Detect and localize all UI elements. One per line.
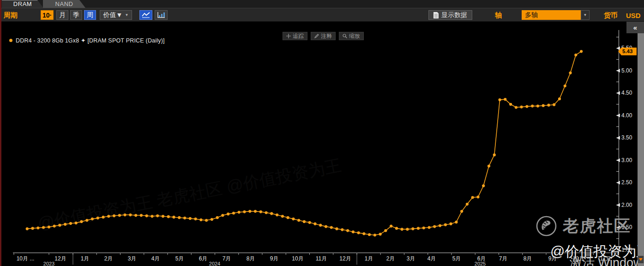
data-point (58, 224, 61, 227)
bar-chart-icon (157, 12, 165, 18)
data-point (390, 225, 392, 228)
period-label: 周期 (4, 11, 18, 20)
data-point (254, 210, 257, 213)
data-point (335, 227, 338, 230)
tab-nand[interactable]: NAND (43, 0, 85, 8)
tiger-logo-icon (536, 215, 557, 237)
data-point (509, 103, 512, 106)
data-point (444, 224, 447, 226)
data-point (53, 225, 56, 228)
show-data-label: 显示数据 (441, 11, 467, 19)
data-point (276, 213, 278, 216)
data-point (199, 218, 202, 221)
data-point (265, 211, 268, 214)
period-input[interactable]: 10· (41, 10, 54, 20)
freq-week-button[interactable]: 周 (84, 10, 96, 20)
data-point (493, 153, 496, 156)
axis-dropdown[interactable]: 多轴 (522, 10, 581, 20)
data-point (167, 215, 170, 218)
bar-chart-button[interactable] (155, 10, 168, 20)
chart-area: @价值投资为王 老虎社区 @价值投资为王 5.505.004.504.003.5… (0, 22, 644, 266)
data-point (450, 223, 452, 225)
collapse-panel-button[interactable]: « (626, 22, 644, 33)
magnifier-icon (343, 34, 347, 38)
data-point (531, 105, 534, 108)
data-point (406, 228, 409, 230)
data-point (134, 214, 137, 217)
data-point (189, 217, 192, 220)
data-point (145, 214, 148, 217)
data-point (455, 221, 457, 224)
y-major-tick-arrow (616, 47, 620, 50)
scroll-down-button[interactable] (638, 256, 644, 263)
data-point (96, 217, 99, 219)
data-point (488, 165, 490, 168)
zoom-label: 缩放 (349, 32, 360, 40)
crosshair-icon (286, 34, 291, 38)
data-point (31, 227, 34, 230)
legend-label: DDR4 - 3200 8Gb 1Gx8 ✦ [DRAM SPOT PRICE … (16, 37, 165, 44)
data-point (422, 226, 425, 229)
data-point (471, 196, 474, 199)
data-point (129, 213, 132, 216)
last-price-badge: 5.43 (618, 48, 637, 55)
data-point (466, 203, 469, 206)
community-watermark: 老虎社区 (536, 215, 631, 237)
track-label: 追踪 (293, 32, 304, 40)
y-major-tick-arrow (616, 91, 620, 95)
data-point (346, 229, 349, 232)
data-point (118, 214, 121, 217)
data-point (281, 215, 284, 218)
axis-label: 轴 (495, 11, 502, 20)
data-point (183, 217, 186, 219)
annotate-button[interactable]: 注释 (311, 32, 336, 40)
pencil-icon (314, 34, 319, 38)
price-line (27, 51, 581, 235)
data-point (357, 231, 360, 234)
data-point (564, 85, 566, 87)
data-point (439, 224, 441, 227)
currency-value[interactable]: USD (626, 11, 641, 20)
line-chart-button[interactable] (139, 10, 152, 20)
data-point (341, 228, 343, 231)
data-point (580, 50, 583, 53)
terminal-window: DRAM NAND 周期 10· 月 季 周 价值▼ ▼ (0, 0, 644, 266)
data-point (85, 219, 88, 222)
freq-month-button[interactable]: 月 (56, 10, 68, 20)
scrollbar-track[interactable] (638, 33, 644, 266)
data-point (308, 221, 311, 224)
data-point (232, 212, 235, 214)
data-point (113, 214, 115, 217)
data-point (107, 215, 110, 218)
data-point (515, 106, 518, 109)
data-point (379, 233, 382, 236)
data-point (216, 216, 219, 219)
data-point (499, 98, 501, 101)
data-point (91, 218, 94, 220)
data-point (227, 212, 229, 215)
data-point (352, 230, 355, 233)
data-point (504, 98, 506, 101)
data-point (401, 228, 403, 230)
zoom-button[interactable]: 缩放 (339, 32, 364, 40)
data-point (259, 211, 262, 213)
data-point (368, 233, 371, 236)
freq-quarter-button[interactable]: 季 (70, 10, 82, 20)
y-major-tick-arrow (616, 158, 620, 162)
data-point (460, 210, 463, 213)
track-button[interactable]: 追踪 (283, 32, 307, 40)
document-icon (433, 12, 439, 18)
data-point (319, 224, 322, 227)
tab-dram[interactable]: DRAM (2, 0, 43, 8)
data-point (547, 104, 550, 107)
community-watermark-label: 老虎社区 (563, 215, 631, 237)
data-point (178, 216, 181, 219)
data-point (140, 214, 143, 217)
chart-toolbar: 周期 10· 月 季 周 价值▼ ▼ (0, 8, 644, 22)
data-point (80, 220, 83, 223)
axis-dropdown-caret[interactable]: ▼ (581, 10, 590, 20)
data-point (36, 226, 39, 229)
window-edge (0, 0, 1, 266)
show-data-button[interactable]: 显示数据 (428, 10, 472, 20)
value-dropdown[interactable]: 价值▼ ▼ (100, 10, 132, 20)
